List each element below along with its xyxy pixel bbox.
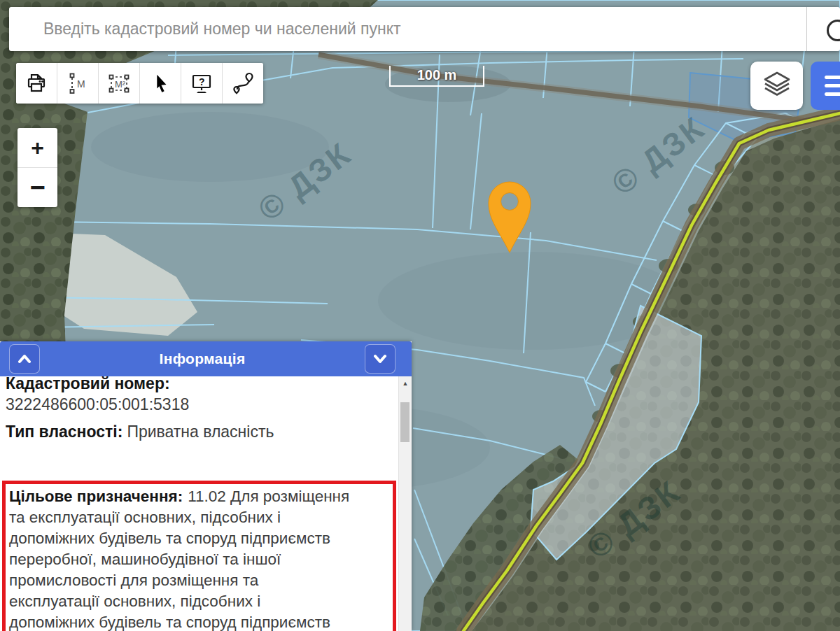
purpose-line: експлуатації основних, підсобних і bbox=[9, 591, 393, 612]
info-panel: Інформація Кадастровий номер: 3222486600… bbox=[0, 341, 412, 631]
select-cursor-button[interactable] bbox=[140, 63, 181, 104]
menu-button[interactable] bbox=[811, 62, 840, 110]
panel-title: Інформація bbox=[40, 350, 365, 367]
cadastral-number-label: Кадастровий номер: bbox=[6, 376, 399, 394]
svg-text:M: M bbox=[77, 78, 85, 90]
search-divider bbox=[806, 7, 807, 51]
scrollbar-thumb[interactable] bbox=[400, 402, 410, 442]
route-button[interactable] bbox=[223, 63, 263, 104]
panel-expand-button[interactable] bbox=[365, 344, 396, 374]
panel-collapse-button[interactable] bbox=[9, 344, 40, 374]
cadastral-map-app: { "search": { "placeholder": "Введіть ка… bbox=[0, 0, 840, 631]
measure-distance-button[interactable]: M bbox=[57, 63, 99, 104]
chevron-down-icon bbox=[372, 351, 388, 367]
purpose-highlight-box: Цільове призначення:11.02 Для розміщення… bbox=[2, 481, 396, 631]
zoom-control: + − bbox=[18, 128, 57, 207]
layers-button[interactable] bbox=[750, 62, 803, 110]
chevron-up-icon bbox=[16, 351, 33, 367]
scrollbar-up-icon[interactable]: ▲ bbox=[399, 376, 412, 395]
purpose-line: та експлуатації основних, підсобних і bbox=[9, 507, 393, 528]
search-bar bbox=[9, 7, 840, 51]
map-toolbar: M M² ? bbox=[16, 63, 263, 104]
menu-icon bbox=[825, 76, 840, 79]
svg-text:M²: M² bbox=[115, 79, 126, 90]
route-icon bbox=[230, 70, 256, 97]
purpose-line: допоміжних будівель та споруд підприємст… bbox=[9, 612, 393, 631]
help-screen-button[interactable]: ? bbox=[181, 63, 223, 104]
zoom-in-button[interactable]: + bbox=[18, 128, 57, 168]
printer-icon bbox=[24, 71, 49, 96]
layers-icon bbox=[760, 69, 794, 103]
panel-scrollbar[interactable]: ▲ bbox=[398, 376, 412, 631]
svg-text:?: ? bbox=[199, 76, 205, 87]
monitor-question-icon: ? bbox=[188, 70, 215, 97]
scale-bar: 100 m bbox=[389, 66, 484, 87]
info-panel-header: Інформація bbox=[0, 341, 412, 376]
purpose-line: допоміжних будівель та споруд підприємст… bbox=[9, 528, 393, 549]
purpose-line: промисловості для розміщення та bbox=[9, 570, 393, 591]
purpose-label: Цільове призначення: bbox=[9, 488, 188, 505]
cursor-icon bbox=[148, 71, 172, 95]
purpose-line: переробної, машинобудівної та іншої bbox=[9, 549, 393, 570]
print-button[interactable] bbox=[16, 63, 57, 104]
panel-body: Кадастровий номер: 3222486600:05:001:531… bbox=[0, 376, 399, 631]
measure-area-button[interactable]: M² bbox=[99, 63, 140, 104]
zoom-out-button[interactable]: − bbox=[18, 168, 57, 207]
measure-area-icon: M² bbox=[106, 70, 132, 97]
purpose-line: Цільове призначення:11.02 Для розміщення bbox=[9, 486, 393, 507]
ownership-label: Тип власності: bbox=[6, 423, 127, 441]
scale-label: 100 m bbox=[391, 66, 483, 84]
measure-distance-icon: M bbox=[65, 71, 90, 96]
ownership-row: Тип власності:Приватна власність bbox=[6, 421, 399, 442]
search-input[interactable] bbox=[9, 7, 834, 51]
cadastral-number-value: 3222486600:05:001:5318 bbox=[6, 394, 399, 415]
ownership-value: Приватна власність bbox=[127, 423, 274, 441]
